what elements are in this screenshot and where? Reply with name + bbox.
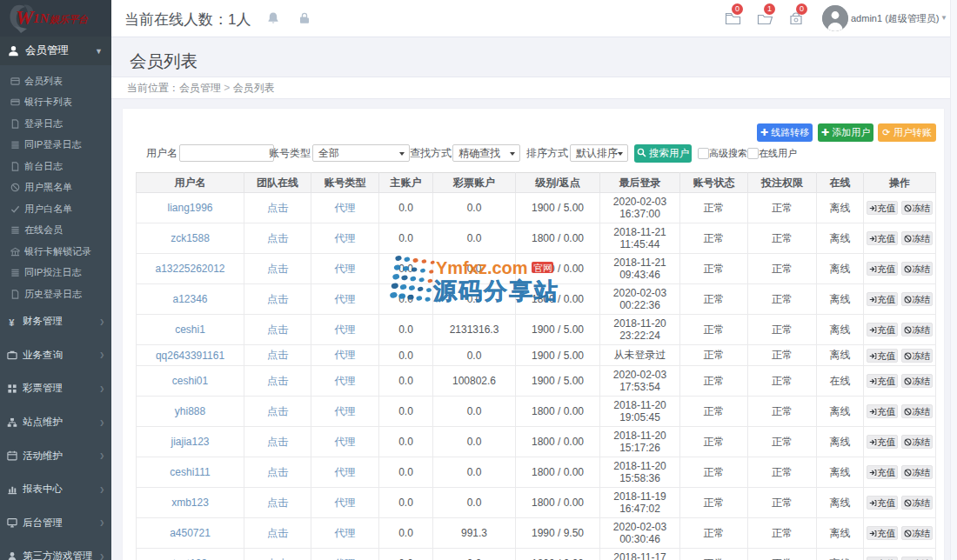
svg-text:1N: 1N	[33, 11, 50, 25]
svg-text:娱乐平台: 娱乐平台	[49, 14, 89, 24]
svg-text:¥: ¥	[9, 317, 15, 326]
svg-text:官网: 官网	[534, 263, 552, 273]
svg-text:源码分享站: 源码分享站	[432, 278, 559, 304]
svg-text:Ymfxz.com: Ymfxz.com	[436, 258, 528, 277]
svg-text:W: W	[16, 7, 35, 29]
